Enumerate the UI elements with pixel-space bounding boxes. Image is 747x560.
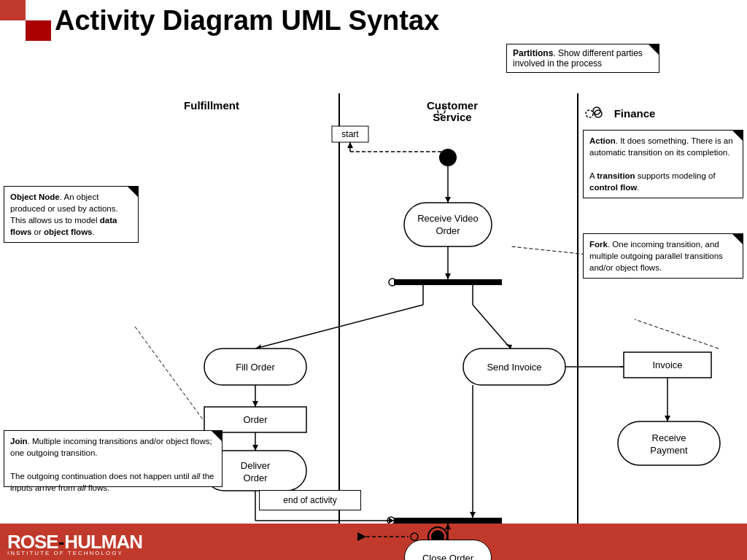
svg-marker-22 [252,401,258,407]
transition-bold: transition [597,171,635,180]
svg-marker-13 [445,273,451,279]
svg-point-2 [595,110,602,117]
bottom-bar: ROSE-HULMAN INSTITUTE OF TECHNOLOGY [0,524,747,560]
svg-marker-11 [445,197,451,203]
deliver-order-label2: Order [243,472,268,483]
join-all-italic2: all [77,483,86,492]
join-annotation: Join. Multiple incoming transitions and/… [4,430,222,487]
end-activity-text: end of activity [283,495,336,505]
swimlane-finance: Finance [614,107,656,120]
close-order-label: Close Order [422,553,473,561]
receive-video-order-label2: Order [436,225,460,236]
order-label: Order [243,414,268,425]
svg-marker-24 [252,445,258,451]
receive-payment-node [618,421,720,465]
svg-line-38 [135,327,204,421]
swimlane-customer-service: Customer [427,99,478,112]
join-all-italic1: all [192,472,201,481]
object-node-bold: Object Node [10,192,60,201]
swimlane-customer-service-2: Service [433,111,471,123]
receive-video-order-label: Receive Video [417,213,479,224]
svg-marker-34 [470,512,476,518]
logo-subtitle: INSTITUTE OF TECHNOLOGY [7,550,123,556]
close-order-box: Close Order [404,540,492,560]
corner-decoration [0,0,51,44]
fork-bar [394,279,502,285]
fork-annotation: Fork. One incoming transition, and multi… [583,233,743,279]
join-bold: Join [10,437,28,446]
svg-marker-32 [389,518,394,524]
end-activity-label: end of activity [259,490,361,510]
control-flow-bold: control flow [589,183,637,192]
deliver-order-label: Deliver [241,460,271,471]
object-node-annotation: Object Node. An object produced or used … [4,186,139,243]
send-invoice-label: Send Invoice [487,362,541,373]
fork-bold: Fork [589,240,608,249]
receive-payment-label2: Payment [650,445,688,456]
swimlane-fulfillment: Fulfillment [184,99,239,112]
receive-video-order-node [404,203,492,246]
svg-marker-29 [665,416,670,421]
svg-line-19 [473,305,511,349]
svg-point-3 [586,110,593,117]
invoice-label: Invoice [652,359,682,370]
fill-order-label: Fill Order [236,362,275,373]
join-bar [394,518,502,524]
partitions-bold: Partitions [513,48,553,58]
action-bold: Action [589,136,616,145]
receive-payment-label: Receive [652,432,686,443]
page-title: Activity Diagram UML Syntax [55,6,439,36]
svg-line-39 [635,319,719,349]
svg-marker-20 [506,344,512,349]
action-annotation: Action. It does something. There is an a… [583,130,743,198]
partitions-annotation: Partitions. Show different parties invol… [506,44,659,73]
object-flows-bold: object flows [44,228,92,236]
start-label: start [341,129,359,139]
